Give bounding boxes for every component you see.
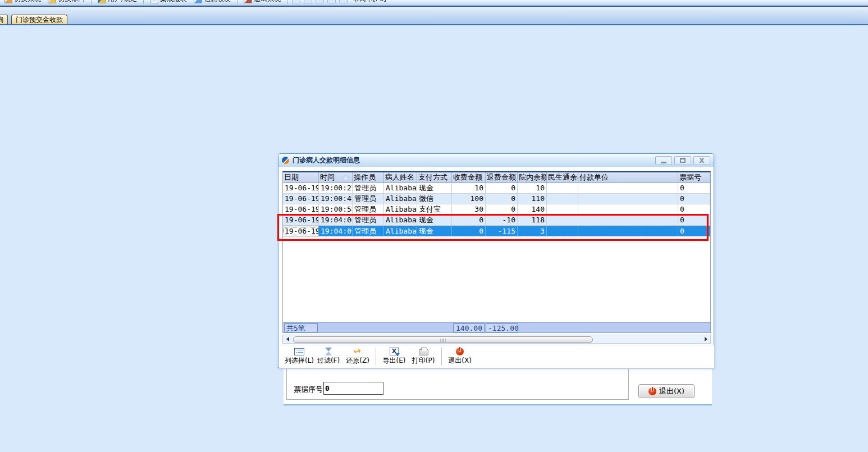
toolbar-icon-button[interactable] (327, 0, 336, 3)
horizontal-scrollbar[interactable] (282, 335, 711, 344)
table-cell[interactable]: Alibaba (384, 183, 417, 193)
table-cell[interactable]: 现金 (417, 183, 452, 193)
scrollbar-thumb[interactable] (293, 336, 593, 343)
table-cell[interactable]: Alibaba (384, 204, 417, 214)
table-cell[interactable]: 管理员 (353, 194, 384, 204)
table-cell[interactable]: 现金 (417, 215, 452, 225)
column-select-button[interactable]: 列选择(L) (285, 346, 314, 367)
table-cell[interactable]: 19-06-19 (283, 204, 319, 214)
table-cell[interactable]: 19:04:06 (319, 215, 353, 225)
table-cell[interactable]: 118 (518, 215, 547, 225)
header-cell[interactable]: 日期 (283, 172, 319, 182)
export-button[interactable]: X 导出(E) (380, 346, 409, 367)
toolbar-item-user-lock[interactable]: 用户/锁定 (96, 0, 139, 4)
toolbar-icon-button[interactable] (339, 0, 348, 3)
table-cell[interactable] (547, 226, 578, 236)
toolbar-icon-button[interactable] (304, 0, 312, 3)
header-cell[interactable]: 时间 (319, 172, 353, 182)
header-cell[interactable]: 付款单位 (578, 172, 678, 182)
table-cell[interactable]: 0 (678, 226, 710, 236)
table-cell[interactable]: 0 (678, 194, 710, 204)
table-cell[interactable]: 19:00:58 (319, 204, 353, 214)
table-cell[interactable]: 支付宝 (417, 204, 452, 214)
table-cell[interactable] (578, 204, 678, 214)
table-cell[interactable]: -115 (486, 226, 518, 236)
table-cell[interactable] (547, 204, 578, 214)
filter-button[interactable]: 过滤(F) (314, 346, 343, 367)
table-row[interactable]: 19-06-1919:00:58管理员Alibaba支付宝3001400 (283, 204, 710, 215)
dialog-exit-button[interactable]: 退出(X) (445, 346, 474, 367)
table-cell[interactable]: 10 (452, 183, 486, 193)
table-cell[interactable]: 19:00:27 (319, 183, 353, 193)
restore-button[interactable]: ↪ 还原(Z) (343, 346, 372, 367)
table-cell[interactable]: 0 (678, 215, 710, 225)
toolbar-item-citizen-card[interactable]: 市民卡[F6] (351, 0, 388, 4)
header-cell[interactable]: 票据号 (678, 172, 710, 182)
table-cell[interactable]: 0 (486, 183, 518, 193)
toolbar-item-reports[interactable]: 集成报表 (148, 0, 189, 4)
table-cell[interactable]: 0 (452, 226, 486, 236)
minimize-button[interactable] (655, 156, 672, 165)
toolbar-item-switch-department[interactable]: 切换部门 (46, 0, 86, 4)
table-cell[interactable]: Alibaba (384, 194, 417, 204)
table-cell[interactable]: 管理员 (353, 204, 384, 214)
toolbar-item-messages[interactable]: 信息收发 (192, 0, 232, 4)
scroll-left-icon[interactable] (283, 335, 292, 343)
table-cell[interactable]: Alibaba (384, 226, 417, 236)
table-row[interactable]: 19-06-1919:04:09管理员Alibaba现金0-11530 (283, 226, 710, 236)
table-cell[interactable]: 30 (452, 204, 486, 214)
table-cell[interactable] (578, 226, 678, 236)
table-cell[interactable]: 3 (518, 226, 547, 236)
table-cell[interactable]: 0 (678, 204, 710, 214)
table-cell[interactable]: 100 (452, 194, 486, 204)
table-row[interactable]: 19-06-1919:00:27管理员Alibaba现金100100 (283, 183, 710, 194)
table-row[interactable]: 19-06-1919:00:48管理员Alibaba微信10001100 (283, 194, 710, 204)
header-cell[interactable]: 操作员 (353, 172, 384, 182)
table-cell[interactable]: 管理员 (353, 226, 384, 236)
table-cell[interactable]: 110 (518, 194, 547, 204)
table-cell[interactable]: 0 (452, 215, 486, 225)
table-cell[interactable] (547, 194, 578, 204)
table-cell[interactable] (547, 183, 578, 193)
header-cell[interactable]: 支付方式 (417, 172, 452, 182)
tab-background-partial[interactable]: 询 (0, 15, 8, 24)
toolbar-item-switch-system[interactable]: 切换系统 (2, 0, 43, 4)
table-cell[interactable]: 19-06-19 (283, 194, 319, 204)
table-cell[interactable] (547, 215, 578, 225)
print-button[interactable]: 打印(P) (409, 346, 438, 367)
header-cell[interactable]: 民生通余额 (547, 172, 578, 182)
header-cell[interactable]: 院内余额 (518, 172, 547, 182)
toolbar-item-exit-system[interactable]: 退出系统 (242, 0, 282, 4)
table-cell[interactable]: 10 (518, 183, 547, 193)
dialog-titlebar[interactable]: 门诊病人交款明细信息 X (278, 154, 714, 167)
table-cell[interactable]: 管理员 (353, 183, 384, 193)
tab-outpatient-prepay[interactable]: 门诊预交金收款 (11, 15, 67, 24)
form-exit-button[interactable]: 退出(X) (638, 384, 695, 398)
table-cell[interactable]: 微信 (417, 194, 452, 204)
toolbar-icon-button[interactable] (316, 0, 324, 3)
table-cell[interactable]: 19-06-19 (283, 183, 319, 193)
header-cell[interactable]: 收费金额 (452, 172, 486, 182)
table-cell[interactable] (578, 194, 678, 204)
table-cell[interactable]: Alibaba (384, 215, 417, 225)
table-cell[interactable]: 0 (486, 204, 518, 214)
toolbar-icon-button[interactable] (292, 0, 300, 3)
table-cell[interactable]: 19:04:09 (319, 226, 353, 236)
table-cell[interactable] (578, 215, 678, 225)
table-cell[interactable]: 140 (518, 204, 547, 214)
header-cell[interactable]: 病人姓名 (384, 172, 417, 182)
scroll-right-icon[interactable] (701, 335, 710, 343)
table-cell[interactable]: 现金 (417, 226, 452, 236)
table-cell[interactable]: 管理员 (353, 215, 384, 225)
table-cell[interactable]: 19:00:48 (319, 194, 353, 204)
maximize-button[interactable] (674, 156, 691, 165)
table-cell[interactable]: 0 (678, 183, 710, 193)
close-button[interactable]: X (693, 156, 710, 165)
table-cell[interactable]: 19-06-19 (283, 226, 319, 236)
table-cell[interactable]: 0 (486, 194, 518, 204)
table-cell[interactable] (578, 183, 678, 193)
receipt-no-input[interactable] (323, 382, 383, 395)
header-cell[interactable]: 退费金额 (486, 172, 518, 182)
table-row[interactable]: 19-06-1919:04:06管理员Alibaba现金0-101180 (283, 215, 710, 226)
table-cell[interactable]: 19-06-19 (283, 215, 319, 225)
